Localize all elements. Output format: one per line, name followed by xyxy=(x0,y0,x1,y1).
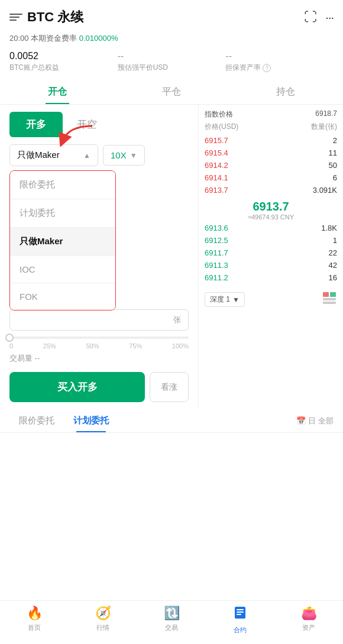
trade-icon: 🔃 xyxy=(164,606,180,621)
ob-ask-price-4: 6913.7 xyxy=(205,186,228,195)
leverage-value: 10X xyxy=(111,150,127,160)
ob-ask-price-3: 6914.1 xyxy=(205,173,228,182)
ob-bid-qty-1: 1 xyxy=(333,236,337,245)
stat-price-label: BTC账户总权益 xyxy=(9,63,118,73)
svg-rect-7 xyxy=(237,614,241,615)
ob-mid-price: 6913.7 xyxy=(205,200,337,213)
slider-row: 0 25% 50% 75% 100% xyxy=(9,336,189,349)
ob-ask-row-4: 6913.7 3.091K xyxy=(205,184,337,196)
dropdown-item-ioc[interactable]: IOC xyxy=(10,256,115,283)
ob-bid-price-1: 6912.5 xyxy=(205,236,228,245)
chart-icon[interactable]: ⛶ xyxy=(304,9,317,25)
page-title: BTC 永续 xyxy=(27,8,83,26)
svg-rect-2 xyxy=(323,298,336,300)
leverage-select[interactable]: 10X ▼ xyxy=(103,145,145,166)
ob-bid-price-2: 6911.7 xyxy=(205,248,228,257)
order-type-value: 只做Maker xyxy=(17,150,60,161)
slider-track[interactable] xyxy=(9,336,189,339)
ob-bid-row-0: 6913.6 1.8K xyxy=(205,222,337,234)
help-icon[interactable]: ? xyxy=(263,64,271,72)
order-type-arrow: ▲ xyxy=(83,151,90,160)
assets-icon: 👛 xyxy=(301,606,317,621)
ob-ask-row-1: 6915.4 11 xyxy=(205,147,337,159)
dropdown-item-fok[interactable]: FOK xyxy=(10,283,115,310)
ob-ask-price-1: 6915.4 xyxy=(205,148,228,157)
stat-collateral: -- 担保资产率 ? xyxy=(225,51,334,73)
ob-ask-qty-4: 3.091K xyxy=(313,186,337,195)
nav-contract[interactable]: 合约 xyxy=(222,606,258,635)
order-type-dropdown: 限价委托 计划委托 只做Maker IOC FOK xyxy=(9,170,116,310)
ob-price-col: 价格(USD) xyxy=(205,122,238,132)
slider-ticks: 0 25% 50% 75% 100% xyxy=(9,342,189,349)
ob-bid-row-3: 6911.3 42 xyxy=(205,259,337,271)
ob-bid-row-2: 6911.7 22 xyxy=(205,247,337,259)
index-label: 指数价格 xyxy=(205,109,233,119)
ob-view-toggle[interactable] xyxy=(323,292,337,307)
sub-tabs: 开多 开空 xyxy=(9,112,189,137)
svg-rect-1 xyxy=(330,292,336,297)
more-icon[interactable]: ··· xyxy=(325,11,334,24)
tab-close-position[interactable]: 平仓 xyxy=(114,80,228,104)
bullish-button[interactable]: 看涨 xyxy=(150,372,189,402)
menu-icon[interactable] xyxy=(9,14,22,21)
order-type-row: 只做Maker ▲ 10X ▼ 限价委托 计划委托 只做Maker IOC FO… xyxy=(9,144,189,166)
open-long-tab[interactable]: 开多 xyxy=(9,112,63,137)
tick-100: 100% xyxy=(172,342,189,349)
header-icons: ⛶ ··· xyxy=(304,9,334,25)
buy-button-row: 买入开多 看涨 xyxy=(9,372,189,402)
ob-bid-qty-2: 22 xyxy=(329,248,337,257)
depth-label: 深度 1 xyxy=(210,295,230,305)
ob-ask-row-2: 6914.2 50 xyxy=(205,159,337,171)
index-value: 6918.7 xyxy=(315,109,337,119)
ob-ask-qty-0: 2 xyxy=(333,136,337,145)
stat-collateral-value: -- xyxy=(225,51,334,62)
tick-0: 0 xyxy=(9,342,13,349)
nav-market[interactable]: 🧭 行情 xyxy=(85,606,121,635)
dropdown-item-plan[interactable]: 计划委托 xyxy=(10,199,115,228)
dropdown-item-maker[interactable]: 只做Maker xyxy=(10,228,115,256)
left-panel: 开多 开空 只做Maker ▲ 10X xyxy=(0,105,198,409)
nav-home[interactable]: 🔥 首页 xyxy=(17,606,52,635)
leverage-arrow: ▼ xyxy=(130,151,137,160)
stat-price-value: 0.0052 xyxy=(9,51,118,62)
tab-holdings[interactable]: 持仓 xyxy=(229,80,343,104)
calendar-icon: 📅 xyxy=(296,416,306,425)
bottom-tab-plan[interactable]: 计划委托 xyxy=(64,409,118,432)
ob-bid-price-0: 6913.6 xyxy=(205,224,228,232)
ob-ask-row-0: 6915.7 2 xyxy=(205,134,337,147)
ob-ask-price-2: 6914.2 xyxy=(205,161,228,170)
contract-icon xyxy=(233,606,247,623)
stat-collateral-label: 担保资产率 ? xyxy=(225,63,334,73)
nav-market-label: 行情 xyxy=(96,623,109,632)
ob-bid-qty-3: 42 xyxy=(329,261,337,270)
tick-50: 50% xyxy=(86,342,99,349)
qty-input[interactable] xyxy=(17,315,173,325)
ob-mid-section: 6913.7 ≈49674.93 CNY xyxy=(205,196,337,222)
tick-75: 75% xyxy=(129,342,142,349)
buy-open-long-button[interactable]: 买入开多 xyxy=(9,372,145,402)
ob-bid-price-3: 6911.3 xyxy=(205,261,228,270)
ob-bid-qty-4: 16 xyxy=(329,273,337,282)
bottom-tabs: 限价委托 计划委托 📅 日 全部 xyxy=(0,409,343,433)
ob-layout-icon xyxy=(323,292,337,304)
bottom-tab-right[interactable]: 📅 日 全部 xyxy=(296,409,334,432)
nav-assets[interactable]: 👛 资产 xyxy=(291,606,326,635)
funding-label: 20:00 本期资金费率 xyxy=(9,34,77,43)
ob-ask-qty-1: 11 xyxy=(329,148,337,157)
stat-liquidation-label: 预估强平价USD xyxy=(118,63,226,73)
app-header: BTC 永续 ⛶ ··· xyxy=(0,0,343,31)
bottom-tab-limit[interactable]: 限价委托 xyxy=(9,409,64,432)
nav-assets-label: 资产 xyxy=(302,623,315,632)
tab-open-position[interactable]: 开仓 xyxy=(0,80,114,104)
ob-mid-cny: ≈49674.93 CNY xyxy=(205,213,337,221)
dropdown-item-limit[interactable]: 限价委托 xyxy=(10,171,115,199)
qty-input-row: 张 xyxy=(9,309,189,331)
slider-thumb[interactable] xyxy=(5,334,14,342)
ob-ask-price-0: 6915.7 xyxy=(205,136,228,145)
nav-home-label: 首页 xyxy=(28,623,41,632)
svg-rect-6 xyxy=(237,611,244,613)
nav-contract-label: 合约 xyxy=(234,626,247,635)
nav-trade[interactable]: 🔃 交易 xyxy=(154,606,189,635)
depth-select[interactable]: 深度 1 ▼ xyxy=(205,292,245,307)
funding-bar: 20:00 本期资金费率 0.010000% xyxy=(0,31,343,48)
